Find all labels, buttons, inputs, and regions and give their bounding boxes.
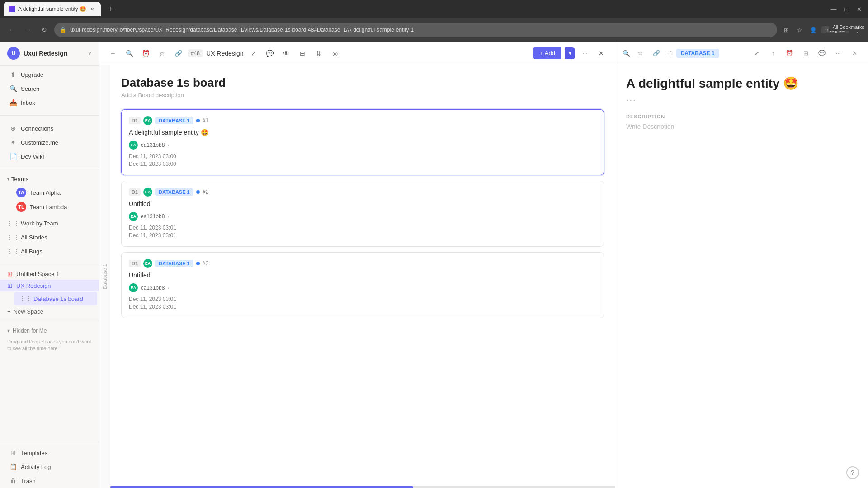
panel-link-button[interactable]: 🔗 xyxy=(650,47,663,60)
address-bar[interactable]: 🔒 uxui-redesign.fibery.io/fibery/space/U… xyxy=(54,23,777,37)
panel-comment-button[interactable]: 💬 xyxy=(816,47,828,60)
card-3-assignee-arrow-icon: › xyxy=(167,286,169,291)
panel-more-button[interactable]: ··· xyxy=(832,47,844,60)
devwiki-icon: 📄 xyxy=(9,152,17,160)
sidebar-item-database-board[interactable]: ⋮⋮ Database 1s board xyxy=(14,292,97,305)
sidebar-item-work-by-team[interactable]: ⋮⋮ Work by Team xyxy=(2,216,97,230)
hidden-for-me-toggle[interactable]: ▾ Hidden for Me xyxy=(0,325,99,337)
bookmark-button[interactable]: ☆ xyxy=(794,24,805,35)
workspace-info[interactable]: U Uxui Redesign xyxy=(7,47,67,60)
group-toolbar-icon[interactable]: ◎ xyxy=(329,47,341,60)
back-button[interactable]: ← xyxy=(5,23,18,36)
card-3[interactable]: D1 EA DATABASE 1 #3 Untitled EA ea131bb8… xyxy=(121,252,604,318)
sidebar-item-templates[interactable]: ⊞ Templates xyxy=(2,446,97,460)
sidebar-item-team-lambda[interactable]: TL Team Lambda xyxy=(0,200,99,214)
minimize-button[interactable]: — xyxy=(828,4,839,14)
panel-close-button[interactable]: ✕ xyxy=(848,47,861,60)
card-2-num: #2 xyxy=(203,189,208,195)
sidebar-item-search[interactable]: 🔍 Search xyxy=(2,82,97,95)
card-3-assignee[interactable]: EA ea131bb8 › xyxy=(129,283,596,292)
card-2-assignee-avatar: EA xyxy=(129,212,138,221)
url-text: uxui-redesign.fibery.io/fibery/space/UX_… xyxy=(70,27,414,33)
card-2-author-avatar: EA xyxy=(143,188,152,197)
new-tab-button[interactable]: + xyxy=(104,3,117,15)
card-1-date2: Dec 11, 2023 03:00 xyxy=(129,161,596,167)
sidebar-item-team-alpha[interactable]: TA Team Alpha xyxy=(0,185,99,200)
sidebar-item-untitled-space[interactable]: ⊞ Untitled Space 1 xyxy=(0,268,99,280)
breadcrumb-label[interactable]: UX Redesign xyxy=(206,50,244,57)
panel-link-count: +1 xyxy=(666,50,673,56)
more-toolbar-button[interactable]: ··· xyxy=(579,47,591,60)
tab-title: A delightful sample entity 🤩 xyxy=(18,6,86,12)
card-3-status-dot xyxy=(196,262,200,265)
card-1-status-dot xyxy=(196,119,200,122)
expand-toolbar-button[interactable]: ⤢ xyxy=(247,47,260,60)
new-space-button[interactable]: + New Space xyxy=(0,306,99,317)
card-1-assignee[interactable]: EA ea131bb8 › xyxy=(129,141,596,150)
team-lambda-avatar: TL xyxy=(16,202,26,212)
card-1-assignee-avatar: EA xyxy=(129,141,138,150)
entity-more-button[interactable]: ··· xyxy=(626,94,857,105)
workspace-chevron-icon[interactable]: ∨ xyxy=(88,50,92,56)
maximize-button[interactable]: □ xyxy=(841,4,852,14)
card-2-id-badge: D1 xyxy=(129,188,141,196)
panel-search-button[interactable]: 🔍 xyxy=(623,50,630,57)
card-2[interactable]: D1 EA DATABASE 1 #2 Untitled EA ea131bb8… xyxy=(121,181,604,247)
panel-star-button[interactable]: ☆ xyxy=(634,47,646,60)
clock-toolbar-icon[interactable]: ⏰ xyxy=(139,47,152,60)
sidebar-divider-3 xyxy=(0,264,99,264)
panel-expand-button[interactable]: ⤢ xyxy=(750,47,763,60)
scroll-bar-thumb xyxy=(110,486,413,488)
panel-layout-button[interactable]: ⊞ xyxy=(799,47,812,60)
entity-title: A delightful sample entity 🤩 xyxy=(626,76,857,91)
card-3-date2: Dec 11, 2023 03:01 xyxy=(129,304,596,310)
sidebar-item-all-bugs[interactable]: ⋮⋮ All Bugs xyxy=(2,244,97,258)
sidebar-item-connections[interactable]: ⊕ Connections xyxy=(2,122,97,135)
add-button[interactable]: + Add xyxy=(533,47,561,59)
view-toolbar-icon[interactable]: 👁 xyxy=(280,47,292,60)
window-close-button[interactable]: ✕ xyxy=(854,4,864,14)
board-description-placeholder[interactable]: Add a Board description xyxy=(121,92,604,99)
main-content: ← 🔍 ⏰ ☆ 🔗 #48 UX Redesign ⤢ 💬 👁 ⊟ ⇅ ◎ + … xyxy=(99,42,615,488)
sidebar-item-teams[interactable]: ▾ Teams xyxy=(0,173,99,185)
description-placeholder[interactable]: Write Description xyxy=(626,123,857,130)
board-sidebar-column: Database 1 xyxy=(99,65,110,488)
card-3-assignee-avatar: EA xyxy=(129,283,138,292)
add-chevron-button[interactable]: ▾ xyxy=(565,47,575,59)
comment-toolbar-icon[interactable]: 💬 xyxy=(264,47,276,60)
filter-toolbar-icon[interactable]: ⊟ xyxy=(296,47,309,60)
extension-icon[interactable]: ⊞ xyxy=(781,24,792,35)
search-toolbar-icon[interactable]: 🔍 xyxy=(123,47,136,60)
card-2-assignee[interactable]: EA ea131bb8 › xyxy=(129,212,596,221)
help-button[interactable]: ? xyxy=(846,466,859,479)
card-2-db-badge: DATABASE 1 xyxy=(155,188,193,196)
panel-clock-button[interactable]: ⏰ xyxy=(783,47,796,60)
star-toolbar-icon[interactable]: ☆ xyxy=(156,47,168,60)
work-by-team-icon: ⋮⋮ xyxy=(9,219,17,227)
sidebar-item-upgrade[interactable]: ⬆ Upgrade xyxy=(2,68,97,81)
link-toolbar-icon[interactable]: 🔗 xyxy=(172,47,184,60)
card-2-status-dot xyxy=(196,190,200,194)
sidebar-item-devwiki[interactable]: 📄 Dev Wiki xyxy=(2,150,97,163)
sidebar-item-activity-log[interactable]: 📋 Activity Log xyxy=(2,460,97,474)
right-panel-toolbar: 🔍 ☆ 🔗 +1 DATABASE 1 ⤢ ↑ ⏰ ⊞ 💬 ··· ✕ xyxy=(615,42,868,65)
panel-export-button[interactable]: ↑ xyxy=(767,47,779,60)
board-content: Database 1s board Add a Board descriptio… xyxy=(110,65,615,488)
tab-close-button[interactable]: ✕ xyxy=(89,6,95,12)
sidebar-item-ux-redesign[interactable]: ⊞ UX Redesign xyxy=(0,280,99,291)
sidebar-item-trash[interactable]: 🗑 Trash xyxy=(2,474,97,488)
sort-toolbar-icon[interactable]: ⇅ xyxy=(312,47,325,60)
active-tab[interactable]: A delightful sample entity 🤩 ✕ xyxy=(4,2,101,16)
sidebar-item-customize[interactable]: ✦ Customize.me xyxy=(2,136,97,149)
sidebar-divider-2 xyxy=(0,169,99,169)
sidebar-item-inbox[interactable]: 📥 Inbox xyxy=(2,96,97,109)
card-1[interactable]: D1 EA DATABASE 1 #1 A delightful sample … xyxy=(121,109,604,175)
forward-button[interactable]: → xyxy=(22,23,34,36)
close-toolbar-button[interactable]: ✕ xyxy=(595,47,608,60)
back-nav-button[interactable]: ← xyxy=(107,47,119,60)
activity-log-icon: 📋 xyxy=(9,463,17,471)
profile-button[interactable]: 👤 xyxy=(808,24,819,35)
card-2-assignee-arrow-icon: › xyxy=(167,214,169,219)
reload-button[interactable]: ↻ xyxy=(38,23,51,36)
sidebar-item-all-stories[interactable]: ⋮⋮ All Stories xyxy=(2,230,97,244)
